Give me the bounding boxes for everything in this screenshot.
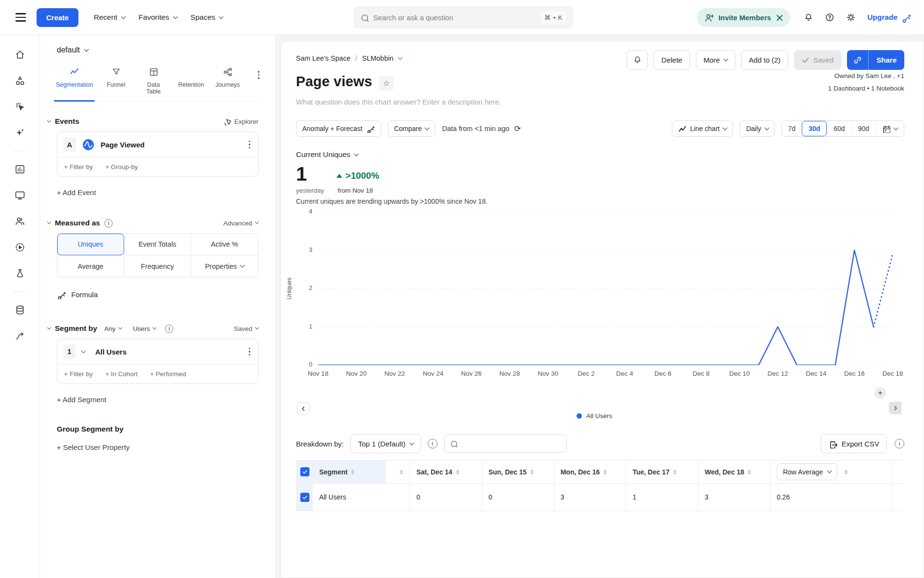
- chart-legend[interactable]: All Users: [296, 412, 893, 420]
- select-user-property-button[interactable]: + Select User Property: [57, 441, 129, 453]
- segment-in-cohort-button[interactable]: + In Cohort: [105, 370, 138, 378]
- tab-journeys[interactable]: Journeys: [210, 64, 245, 101]
- saved-button[interactable]: Saved: [794, 50, 842, 70]
- workspace-selector[interactable]: default: [57, 46, 88, 54]
- add-event-button[interactable]: + Add Event: [57, 186, 96, 198]
- ai-assistant-icon[interactable]: [10, 123, 30, 143]
- sort-icon[interactable]: [351, 470, 355, 474]
- col-wed-dec-18[interactable]: Wed, Dec 18: [698, 460, 770, 483]
- chart-page-right[interactable]: [889, 402, 901, 414]
- pipelines-icon[interactable]: [10, 326, 30, 346]
- sort-icon[interactable]: [747, 470, 751, 474]
- favorite-star-icon[interactable]: ☆: [379, 76, 394, 91]
- custom-date-range[interactable]: [875, 121, 904, 136]
- nav-favorites[interactable]: Favorites: [132, 8, 184, 26]
- sort-icon[interactable]: [844, 470, 848, 474]
- objects-icon[interactable]: [10, 71, 30, 91]
- segment-row[interactable]: 1 All Users: [57, 339, 258, 364]
- copy-link-icon[interactable]: [847, 50, 869, 70]
- info-icon[interactable]: i: [895, 439, 904, 448]
- measure-event-totals[interactable]: Event Totals: [124, 234, 191, 255]
- breakdown-search-input[interactable]: [462, 440, 561, 447]
- global-search[interactable]: ⌘ + K: [354, 6, 573, 28]
- sort-icon[interactable]: [603, 470, 607, 474]
- help-icon[interactable]: [821, 9, 838, 26]
- hamburger-menu-icon[interactable]: [13, 10, 29, 25]
- notifications-bell-icon[interactable]: [800, 9, 817, 26]
- share-button[interactable]: Share: [869, 50, 904, 70]
- dashboards-icon[interactable]: [10, 185, 30, 205]
- collapse-chevron-icon[interactable]: [47, 220, 51, 224]
- col-mon-dec-16[interactable]: Mon, Dec 16: [554, 460, 627, 483]
- anomaly-forecast-button[interactable]: Anomaly + Forecast: [296, 120, 381, 137]
- tab-retention[interactable]: Retention: [174, 64, 208, 101]
- breakdown-search[interactable]: [444, 434, 567, 453]
- add-to-button[interactable]: Add to (2): [741, 50, 788, 70]
- segment-filter-by-button[interactable]: + Filter by: [64, 370, 93, 378]
- breadcrumb-item[interactable]: SLMobbin: [362, 54, 393, 62]
- description-placeholder[interactable]: What question does this chart answer? En…: [296, 98, 904, 106]
- advanced-dropdown[interactable]: Advanced: [223, 220, 258, 227]
- upgrade-link[interactable]: Upgrade: [867, 13, 911, 23]
- measure-frequency[interactable]: Frequency: [124, 255, 191, 277]
- event-more-menu[interactable]: [247, 139, 253, 151]
- breakdown-top-dropdown[interactable]: Top 1 (Default): [350, 434, 421, 453]
- col-sun-dec-15[interactable]: Sun, Dec 15: [482, 460, 554, 483]
- tab-data-table[interactable]: Data Table: [135, 64, 172, 101]
- metric-selector[interactable]: Current Uniques: [296, 150, 358, 159]
- col-segment[interactable]: Segment: [313, 460, 386, 483]
- delete-button[interactable]: Delete: [654, 50, 690, 70]
- tabs-more-menu[interactable]: [256, 69, 262, 81]
- segment-performed-button[interactable]: + Performed: [150, 370, 186, 378]
- segment-users-dropdown[interactable]: Users: [133, 325, 156, 332]
- sort-icon[interactable]: [673, 470, 677, 474]
- info-icon[interactable]: i: [104, 219, 113, 227]
- chart-zoom-in[interactable]: +: [874, 387, 886, 399]
- sort-icon[interactable]: [456, 470, 460, 474]
- event-filter-by-button[interactable]: + Filter by: [64, 163, 93, 171]
- info-icon[interactable]: i: [428, 439, 437, 448]
- home-icon[interactable]: [10, 45, 30, 65]
- breadcrumb-space[interactable]: Sam Lee's Space: [296, 54, 350, 62]
- collapse-chevron-icon[interactable]: [47, 326, 51, 329]
- col-sat-dec-14[interactable]: Sat, Dec 14: [410, 460, 482, 483]
- tab-funnel[interactable]: Funnel: [99, 64, 133, 101]
- charts-icon[interactable]: [10, 159, 30, 179]
- row-average-dropdown[interactable]: Row Average: [777, 463, 837, 480]
- range-60d[interactable]: 60d: [827, 121, 851, 136]
- col-spacer[interactable]: [386, 460, 410, 483]
- row-checkbox[interactable]: [300, 493, 309, 502]
- chevron-down-icon[interactable]: [81, 348, 86, 353]
- export-csv-button[interactable]: Export CSV: [821, 434, 887, 453]
- measure-uniques[interactable]: Uniques: [57, 234, 124, 255]
- event-row[interactable]: A Page Viewed: [57, 132, 258, 157]
- settings-gear-icon[interactable]: [842, 9, 860, 26]
- close-icon[interactable]: [776, 14, 783, 21]
- chevron-down-icon[interactable]: [398, 55, 402, 60]
- collapse-chevron-icon[interactable]: [47, 118, 51, 122]
- info-icon[interactable]: i: [165, 325, 173, 333]
- event-group-by-button[interactable]: + Group-by: [105, 163, 138, 171]
- tab-segmentation[interactable]: Segmentation: [52, 64, 97, 101]
- invite-members-banner[interactable]: Invite Members: [697, 8, 790, 27]
- session-replay-icon[interactable]: [10, 237, 30, 257]
- range-7d[interactable]: 7d: [782, 121, 802, 136]
- nav-spaces[interactable]: Spaces: [184, 8, 230, 26]
- alerts-bell-button[interactable]: [627, 50, 648, 70]
- add-segment-button[interactable]: + Add Segment: [57, 394, 106, 406]
- compare-button[interactable]: Compare: [388, 120, 436, 137]
- segment-more-menu[interactable]: [247, 346, 253, 358]
- saved-dropdown[interactable]: Saved: [234, 325, 258, 332]
- refresh-icon[interactable]: ⟳: [514, 124, 521, 133]
- select-all-checkbox[interactable]: [300, 467, 309, 476]
- segment-any-dropdown[interactable]: Any: [104, 325, 122, 332]
- experiments-icon[interactable]: [10, 263, 30, 283]
- search-input[interactable]: [373, 13, 536, 22]
- col-tue-dec-17[interactable]: Tue, Dec 17: [626, 460, 698, 483]
- range-30d[interactable]: 30d: [802, 121, 827, 136]
- autocapture-icon[interactable]: [10, 97, 30, 117]
- chart-type-dropdown[interactable]: Line chart: [672, 120, 733, 137]
- nav-recent[interactable]: Recent: [87, 8, 132, 26]
- explorer-button[interactable]: Explorer: [223, 118, 258, 126]
- create-button[interactable]: Create: [37, 8, 78, 27]
